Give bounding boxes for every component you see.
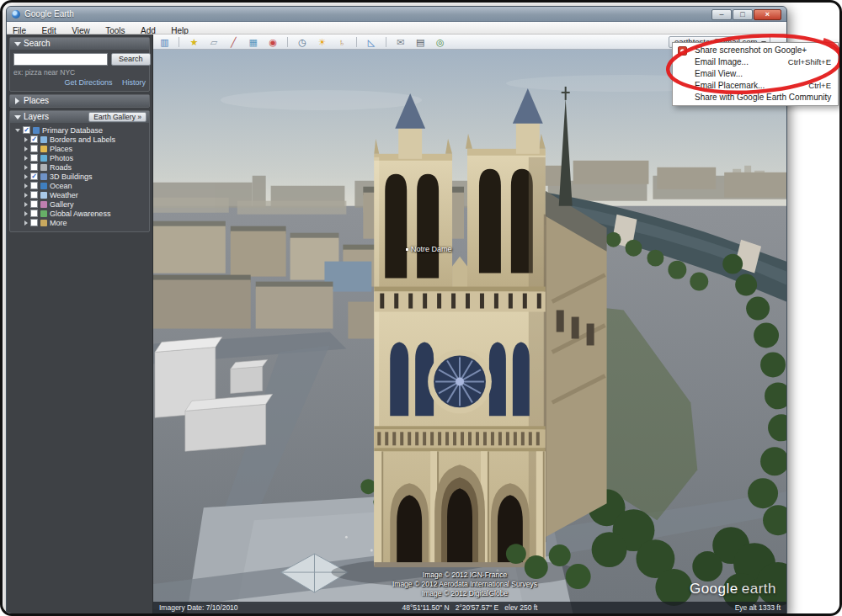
search-button[interactable]: Search: [111, 53, 151, 66]
menu-item-share-community[interactable]: Share with Google Earth Community: [673, 92, 838, 104]
print-icon[interactable]: ▤: [413, 35, 428, 49]
layer-item-global-awareness[interactable]: Global Awareness: [10, 209, 149, 218]
expand-arrow-icon[interactable]: [24, 137, 28, 142]
layer-item-photos[interactable]: Photos: [10, 153, 149, 162]
add-image-overlay-icon[interactable]: ▦: [246, 35, 260, 49]
attribution-line: Image © 2012 IGN-France: [305, 571, 625, 580]
google-earth-logo: Googleearth: [690, 581, 776, 597]
expand-arrow-icon[interactable]: [24, 193, 28, 198]
menu-item-email-placemark[interactable]: Email Placemark... Ctrl+E: [673, 80, 838, 92]
layer-label: Photos: [50, 154, 73, 162]
search-panel: Search Search ex: pizza near NYC Get Dir…: [9, 37, 150, 92]
earth-3d-viewport[interactable]: Notre Dame Image © 2012 IGN-France Image…: [153, 50, 786, 614]
email-icon[interactable]: ✉: [393, 35, 408, 49]
layer-checkbox[interactable]: [30, 163, 38, 171]
sidebar: Search Search ex: pizza near NYC Get Dir…: [7, 35, 153, 614]
layer-item-borders-and-labels[interactable]: ✓ Borders and Labels: [10, 135, 149, 144]
expand-arrow-icon[interactable]: [24, 211, 28, 216]
history-link[interactable]: History: [122, 78, 146, 87]
places-panel: Places: [9, 94, 150, 108]
historical-imagery-icon[interactable]: ◷: [296, 35, 310, 49]
search-panel-header[interactable]: Search: [10, 38, 149, 50]
menu-item-share-screenshot-gplus[interactable]: Share screenshot on Google+: [673, 45, 838, 56]
expand-arrow-icon[interactable]: [24, 202, 28, 207]
weather-icon: [40, 192, 47, 199]
toolbar-separator: [386, 37, 386, 47]
layer-checkbox[interactable]: [30, 145, 38, 152]
placemark-label[interactable]: Notre Dame: [406, 245, 452, 253]
get-directions-link[interactable]: Get Directions: [64, 78, 112, 87]
search-panel-title: Search: [24, 39, 51, 48]
layer-label: More: [50, 219, 67, 227]
3d-buildings-icon: [40, 173, 47, 180]
add-polygon-icon[interactable]: ▱: [206, 35, 221, 49]
photos-icon: [40, 155, 47, 162]
attribution-line: Image © 2012 Aerodata International Surv…: [305, 580, 625, 589]
layer-checkbox[interactable]: [30, 219, 38, 226]
borders-labels-icon: [40, 136, 47, 143]
expand-arrow-icon[interactable]: [24, 220, 28, 226]
ruler-icon[interactable]: ◺: [364, 35, 378, 49]
maximize-button[interactable]: □: [733, 9, 753, 20]
toolbar-separator: [356, 37, 357, 47]
layer-item-weather[interactable]: Weather: [10, 190, 149, 199]
layer-item-roads[interactable]: Roads: [10, 162, 149, 172]
record-tour-icon[interactable]: ◉: [266, 35, 280, 49]
close-button[interactable]: ×: [754, 9, 781, 20]
sunlight-icon[interactable]: ☀: [315, 35, 329, 49]
layers-tree: ✓ Primary Database ✓ Borders and Labels: [10, 123, 149, 231]
layer-checkbox[interactable]: [30, 154, 38, 162]
layer-checkbox[interactable]: [30, 191, 38, 199]
main-area: ▥ ★ ▱ ╱ ▦ ◉ ◷ ☀ ♄ ◺ ✉ ▤ ◎ earthtester@gm…: [153, 35, 786, 614]
layer-checkbox[interactable]: ✓: [23, 126, 30, 134]
primary-database-icon: [33, 127, 40, 134]
layer-item-ocean[interactable]: Ocean: [10, 181, 149, 190]
layer-item-gallery[interactable]: Gallery: [10, 199, 149, 209]
menu-item-email-image[interactable]: Email Image... Ctrl+Shift+E: [673, 56, 838, 68]
menu-item-email-view[interactable]: Email View...: [673, 68, 838, 80]
expand-arrow-icon[interactable]: [24, 156, 28, 161]
add-path-icon[interactable]: ╱: [226, 35, 241, 49]
earth-gallery-button[interactable]: Earth Gallery »: [88, 112, 147, 122]
toggle-sidebar-icon[interactable]: ▥: [157, 35, 172, 49]
planets-icon[interactable]: ♄: [335, 35, 349, 49]
window-title: Google Earth: [24, 7, 74, 22]
layer-item-more[interactable]: More: [10, 218, 149, 227]
layer-checkbox[interactable]: ✓: [30, 135, 38, 143]
layer-checkbox[interactable]: ✓: [30, 173, 38, 180]
global-awareness-icon: [40, 210, 47, 217]
layer-item-primary-database[interactable]: ✓ Primary Database: [10, 125, 149, 135]
logo-earth-text: earth: [742, 581, 776, 597]
menu-item-label: Share screenshot on Google+: [695, 45, 807, 55]
add-placemark-icon[interactable]: ★: [187, 35, 201, 49]
layers-panel: Layers Earth Gallery » ✓ Primary Databas…: [9, 110, 150, 232]
menu-item-label: Email Placemark...: [695, 81, 765, 90]
gallery-icon: [40, 201, 47, 208]
layer-label: 3D Buildings: [50, 173, 93, 181]
expand-arrow-icon[interactable]: [24, 174, 28, 179]
more-icon: [40, 220, 47, 226]
layer-checkbox[interactable]: [30, 182, 38, 189]
places-panel-header[interactable]: Places: [10, 95, 149, 107]
placemark-label-text: Notre Dame: [411, 245, 452, 253]
expand-arrow-icon[interactable]: [24, 165, 28, 170]
view-in-maps-icon[interactable]: ◎: [433, 35, 447, 49]
menu-item-label: Share with Google Earth Community: [695, 93, 831, 102]
expand-arrow-icon[interactable]: [24, 146, 28, 151]
attribution-line: Image © 2012 DigitalGlobe: [305, 589, 625, 598]
expand-arrow-icon[interactable]: [15, 129, 20, 132]
layers-panel-header[interactable]: Layers Earth Gallery »: [10, 111, 149, 123]
search-input[interactable]: [13, 53, 108, 66]
layer-label: Roads: [50, 163, 72, 172]
earth-3d-scene: [153, 50, 786, 614]
layer-item-3d-buildings[interactable]: ✓ 3D Buildings: [10, 172, 149, 181]
layer-checkbox[interactable]: [30, 210, 38, 217]
menu-item-label: Email View...: [695, 69, 743, 78]
gplus-screenshot-icon: [678, 46, 687, 56]
expand-arrow-icon[interactable]: [24, 183, 28, 189]
minimize-button[interactable]: –: [711, 9, 732, 20]
title-bar[interactable]: Google Earth – □ ×: [7, 7, 786, 22]
layer-item-places[interactable]: Places: [10, 144, 149, 153]
layer-checkbox[interactable]: [30, 200, 38, 208]
layer-label: Ocean: [50, 182, 72, 190]
